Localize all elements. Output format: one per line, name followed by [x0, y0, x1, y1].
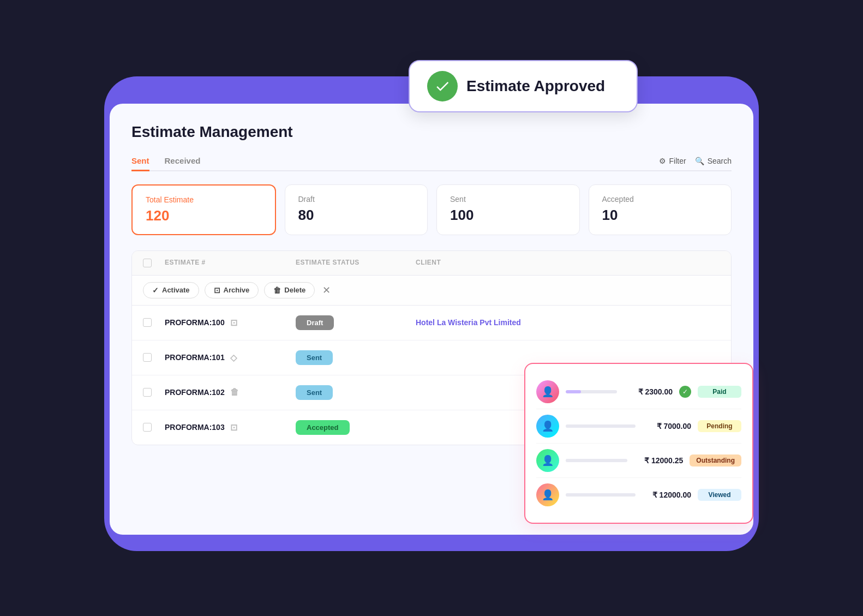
status-badge-3: Sent: [296, 385, 333, 400]
activate-button[interactable]: ✓ Activate: [143, 282, 199, 298]
status-badge-4: Accepted: [296, 420, 350, 435]
estimate-id-4: PROFORMA:103 ⊡: [165, 422, 296, 433]
status-badge-2: Sent: [296, 350, 333, 365]
activate-icon: ✓: [152, 286, 159, 295]
stat-draft[interactable]: Draft 80: [285, 184, 428, 235]
payment-amount-4: ₹ 12000.00: [642, 491, 691, 499]
payment-amount-1: ₹ 2300.00: [624, 387, 673, 396]
tab-received[interactable]: Received: [165, 152, 201, 171]
estimate-approved-toast: Estimate Approved: [409, 60, 638, 112]
stat-sent-label: Sent: [450, 195, 566, 204]
payment-bar-2: [566, 424, 636, 428]
payment-check-icon: ✓: [679, 386, 691, 398]
payment-bar-1: [566, 390, 617, 393]
delete-button[interactable]: 🗑 Delete: [264, 282, 315, 298]
diamond-row-icon[interactable]: ◇: [230, 352, 237, 363]
stat-cards: Total Estimate 120 Draft 80 Sent 100 Acc…: [131, 184, 732, 235]
table-row: PROFORMA:100 ⊡ Draft Hotel La Wisteria P…: [132, 306, 731, 340]
payment-bar-4: [566, 493, 636, 497]
page-title: Estimate Management: [131, 123, 732, 141]
estimate-id-3: PROFORMA:102 🗑: [165, 387, 296, 397]
filter-button[interactable]: ⚙ Filter: [659, 157, 686, 165]
search-icon: 🔍: [695, 157, 704, 165]
stat-draft-label: Draft: [298, 195, 415, 204]
table-header: ESTIMATE # ESTIMATE STATUS CLIENT: [132, 251, 731, 276]
col-checkbox: [143, 259, 165, 267]
col-estimate-num: ESTIMATE #: [165, 259, 296, 267]
stat-sent[interactable]: Sent 100: [436, 184, 580, 235]
col-estimate-status: ESTIMATE STATUS: [296, 259, 416, 267]
stat-accepted[interactable]: Accepted 10: [589, 184, 732, 235]
payment-card: 👤 ₹ 2300.00 ✓ Paid 👤 ₹ 7000.00 Pending 👤…: [524, 363, 753, 524]
trash-row-icon[interactable]: 🗑: [230, 387, 239, 397]
search-button[interactable]: 🔍 Search: [695, 157, 732, 165]
archive-row-icon[interactable]: ⊡: [230, 318, 237, 328]
payment-status-4: Viewed: [698, 489, 741, 501]
row-checkbox-3[interactable]: [143, 388, 152, 397]
action-bar-close-button[interactable]: ✕: [320, 282, 333, 298]
tabs-container: Sent Received ⚙ Filter 🔍 Search: [131, 152, 732, 171]
header-checkbox[interactable]: [143, 259, 152, 267]
payment-amount-3: ₹ 12000.25: [634, 456, 683, 465]
avatar-2: 👤: [536, 415, 559, 438]
payment-status-3: Outstanding: [690, 454, 741, 467]
filter-icon: ⚙: [659, 157, 666, 165]
payment-status-2: Pending: [698, 420, 741, 432]
payment-bar-3: [566, 459, 627, 462]
estimate-id-1: PROFORMA:100 ⊡: [165, 318, 296, 328]
status-badge-1: Draft: [296, 315, 334, 330]
archive-row-icon-2[interactable]: ⊡: [230, 422, 237, 433]
row-checkbox-1[interactable]: [143, 318, 152, 327]
archive-icon: ⊡: [214, 286, 220, 295]
delete-icon: 🗑: [273, 286, 281, 295]
payment-row-1: 👤 ₹ 2300.00 ✓ Paid: [536, 375, 741, 409]
client-name-1: Hotel La Wisteria Pvt Limited: [416, 318, 720, 327]
check-icon: [427, 71, 458, 101]
stat-accepted-value: 10: [602, 207, 718, 224]
row-checkbox-2[interactable]: [143, 353, 152, 362]
payment-amount-2: ₹ 7000.00: [642, 422, 691, 430]
stat-sent-value: 100: [450, 207, 566, 224]
action-bar: ✓ Activate ⊡ Archive 🗑 Delete ✕: [132, 276, 731, 306]
col-client: CLIENT: [416, 259, 720, 267]
avatar-3: 👤: [536, 449, 559, 472]
estimate-id-2: PROFORMA:101 ◇: [165, 352, 296, 363]
avatar-1: 👤: [536, 380, 559, 403]
stat-total-value: 120: [146, 207, 262, 224]
stat-total-label: Total Estimate: [146, 195, 262, 204]
stat-accepted-label: Accepted: [602, 195, 718, 204]
avatar-4: 👤: [536, 483, 559, 506]
payment-row-4: 👤 ₹ 12000.00 Viewed: [536, 478, 741, 512]
toolbar-right: ⚙ Filter 🔍 Search: [659, 157, 732, 165]
stat-draft-value: 80: [298, 207, 415, 224]
payment-status-1: Paid: [698, 386, 741, 398]
stat-total-estimate[interactable]: Total Estimate 120: [131, 184, 276, 235]
tab-sent[interactable]: Sent: [131, 152, 149, 171]
toast-title: Estimate Approved: [466, 77, 605, 95]
payment-row-2: 👤 ₹ 7000.00 Pending: [536, 409, 741, 444]
archive-button[interactable]: ⊡ Archive: [205, 282, 259, 298]
payment-row-3: 👤 ₹ 12000.25 Outstanding: [536, 444, 741, 478]
row-checkbox-4[interactable]: [143, 423, 152, 432]
